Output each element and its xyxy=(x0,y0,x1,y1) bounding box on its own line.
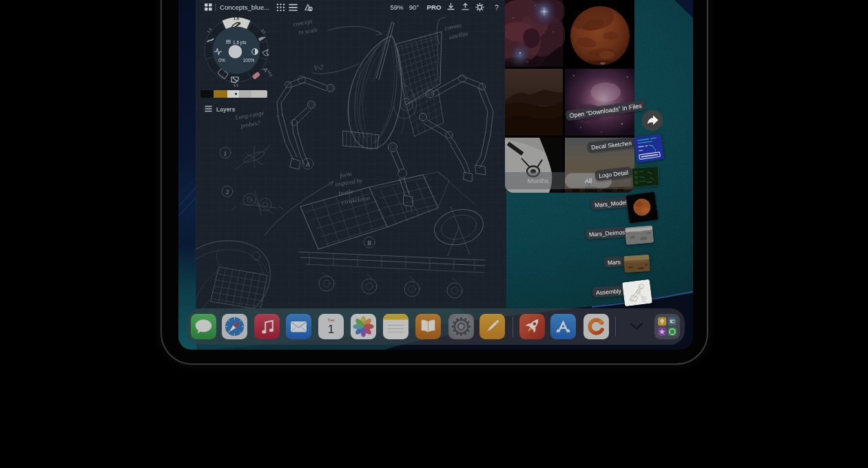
svg-text:1: 1 xyxy=(328,323,334,336)
svg-text:Tue: Tue xyxy=(327,318,335,322)
